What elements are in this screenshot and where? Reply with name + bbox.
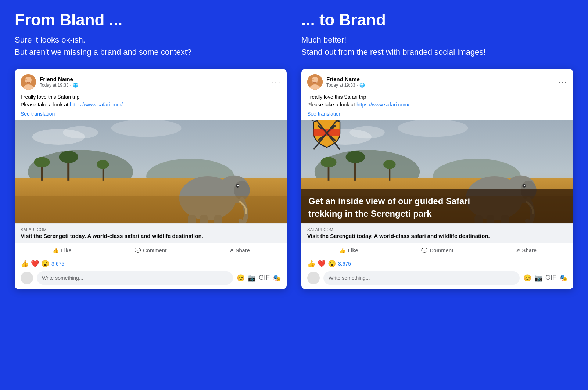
comment-box-left: Write something... 😊 📷 GIF 🎭 xyxy=(15,268,287,289)
svg-point-29 xyxy=(312,79,314,80)
link-title-left: Visit the Serengeti today. A world-class… xyxy=(21,232,281,240)
right-subtitle-2: Stand out from the rest with branded soc… xyxy=(301,46,573,58)
svg-point-42 xyxy=(383,160,395,169)
like-emoji-left: 👍 xyxy=(21,260,29,267)
post-meta-left: Today at 19:33 · 🌐 xyxy=(40,83,78,88)
comment-button-right[interactable]: 💬 Comment xyxy=(393,245,481,256)
comment-button-left[interactable]: 💬 Comment xyxy=(106,245,195,256)
fb-header-left: Friend Name Today at 19:33 · 🌐 ··· xyxy=(21,74,281,90)
svg-point-32 xyxy=(349,126,384,138)
emoji-icon-right[interactable]: 😊 xyxy=(523,274,531,282)
share-icon-right: ↗ xyxy=(516,248,520,253)
avatar-left xyxy=(21,74,36,90)
reaction-count-right: 3,675 xyxy=(338,261,351,267)
gif-icon-right[interactable]: GIF xyxy=(545,274,556,282)
see-translation-right[interactable]: See translation xyxy=(307,111,567,117)
comment-input-right[interactable]: Write something... xyxy=(323,271,520,285)
more-options-right[interactable]: ··· xyxy=(559,77,567,87)
reactions-left: 👍 ❤️ 😮 3,675 xyxy=(15,258,287,268)
post-link-left[interactable]: https://www.safari.com/ xyxy=(70,102,123,108)
post-image-right: Get an inside view of our guided Safari … xyxy=(301,120,573,223)
svg-point-12 xyxy=(34,157,50,168)
fb-header-right: Friend Name Today at 19:33 · 🌐 ··· xyxy=(307,74,567,90)
gif-icon-left[interactable]: GIF xyxy=(259,274,270,282)
wow-emoji-right: 😮 xyxy=(328,260,336,267)
comment-icon-right: 💬 xyxy=(421,248,427,253)
left-column-header: From Bland ... Sure it looks ok-ish. But… xyxy=(15,11,287,58)
comment-icons-left: 😊 📷 GIF 🎭 xyxy=(237,274,281,282)
comment-icon-left: 💬 xyxy=(135,248,141,253)
globe-icon-right: 🌐 xyxy=(359,83,365,88)
bland-card: Friend Name Today at 19:33 · 🌐 ··· I rea… xyxy=(15,69,287,289)
sticker-icon-left[interactable]: 🎭 xyxy=(273,274,281,282)
reactions-right: 👍 ❤️ 😮 3,675 xyxy=(301,258,573,268)
right-column-header: ... to Brand Much better! Stand out from… xyxy=(301,11,573,58)
branded-card: Friend Name Today at 19:33 · 🌐 ··· I rea… xyxy=(301,69,573,289)
post-text-left: I really love this Safari trip Please ta… xyxy=(21,93,281,109)
fb-actions-right: 👍 Like 💬 Comment ↗ Share xyxy=(301,243,573,258)
share-button-right[interactable]: ↗ Share xyxy=(482,245,570,256)
comment-input-left[interactable]: Write something... xyxy=(37,271,233,285)
svg-point-50 xyxy=(524,185,526,187)
fb-actions-left: 👍 Like 💬 Comment ↗ Share xyxy=(15,243,287,258)
emoji-icon-left[interactable]: 😊 xyxy=(237,274,245,282)
right-subtitle-1: Much better! xyxy=(301,34,573,46)
right-title: ... to Brand xyxy=(301,11,573,29)
post-meta-right: Today at 19:33 · 🌐 xyxy=(326,83,365,88)
post-link-right[interactable]: https://www.safari.com/ xyxy=(356,102,409,108)
sticker-icon-right[interactable]: 🎭 xyxy=(559,274,567,282)
camera-icon-right[interactable]: 📷 xyxy=(534,274,542,282)
svg-point-3 xyxy=(25,79,27,80)
post-text-right: I really love this Safari trip Please ta… xyxy=(307,93,567,109)
left-subtitle-1: Sure it looks ok-ish. xyxy=(15,34,287,46)
comment-box-right: Write something... 😊 📷 GIF 🎭 xyxy=(301,268,573,289)
friend-name-right: Friend Name xyxy=(326,76,365,83)
like-button-right[interactable]: 👍 Like xyxy=(304,245,393,256)
svg-point-38 xyxy=(321,157,337,168)
like-icon-left: 👍 xyxy=(53,248,59,253)
avatar-right xyxy=(307,74,323,90)
link-source-right: SAFARI.COM xyxy=(307,227,567,232)
reaction-count-left: 3,675 xyxy=(51,261,64,267)
comment-icons-right: 😊 📷 GIF 🎭 xyxy=(523,274,567,282)
svg-point-24 xyxy=(237,185,239,187)
left-subtitle-2: But aren't we missing a brand and some c… xyxy=(15,46,287,58)
svg-point-40 xyxy=(346,151,365,163)
wow-emoji-left: 😮 xyxy=(41,260,49,267)
svg-point-16 xyxy=(97,160,109,169)
share-button-left[interactable]: ↗ Share xyxy=(195,245,284,256)
globe-icon-left: 🌐 xyxy=(73,83,78,88)
link-source-left: SAFARI.COM xyxy=(21,227,281,232)
svg-point-14 xyxy=(59,151,79,163)
see-translation-left[interactable]: See translation xyxy=(21,111,281,117)
commenter-avatar-left xyxy=(21,272,33,284)
camera-icon-left[interactable]: 📷 xyxy=(248,274,256,282)
svg-text:trekking in the Serengeti park: trekking in the Serengeti park xyxy=(308,209,432,219)
commenter-avatar-right xyxy=(307,272,320,284)
like-button-left[interactable]: 👍 Like xyxy=(18,245,106,256)
more-options-left[interactable]: ··· xyxy=(272,77,281,87)
svg-point-6 xyxy=(63,126,98,138)
link-preview-left: SAFARI.COM Visit the Serengeti today. A … xyxy=(15,223,287,243)
share-icon-left: ↗ xyxy=(229,248,233,253)
link-title-right: Visit the Serengeti today. A world-class… xyxy=(307,232,567,240)
link-preview-right: SAFARI.COM Visit the Serengeti today. A … xyxy=(301,223,573,243)
svg-rect-25 xyxy=(15,196,287,223)
left-title: From Bland ... xyxy=(15,11,287,29)
like-icon-right: 👍 xyxy=(339,248,345,253)
svg-text:Get an inside view of our guid: Get an inside view of our guided Safari xyxy=(308,196,470,206)
friend-name-left: Friend Name xyxy=(40,76,78,83)
like-emoji-right: 👍 xyxy=(307,260,315,267)
heart-emoji-right: ❤️ xyxy=(318,260,326,267)
heart-emoji-left: ❤️ xyxy=(31,260,39,267)
post-image-left xyxy=(15,120,287,223)
